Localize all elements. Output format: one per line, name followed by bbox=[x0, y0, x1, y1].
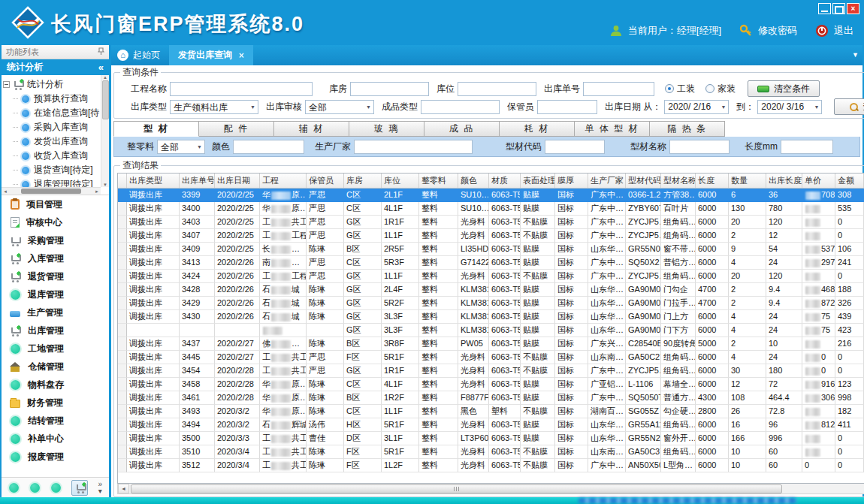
column-header[interactable]: 出库日期 bbox=[215, 174, 260, 188]
grid-horizontal-scrollbar[interactable]: ◄ ► bbox=[117, 484, 864, 494]
tree-item[interactable]: 预算执行查询 bbox=[3, 92, 100, 106]
sidebar-item[interactable]: 审核中心 bbox=[2, 213, 109, 231]
toolbar-circle-icon[interactable] bbox=[30, 483, 40, 493]
tree-item[interactable]: 发货出库查询 bbox=[3, 134, 100, 149]
radio-gongzhuang[interactable]: 工装 bbox=[665, 83, 695, 95]
part-select[interactable]: 全部 bbox=[157, 140, 205, 154]
length-input[interactable] bbox=[781, 140, 833, 154]
pin-icon[interactable] bbox=[98, 47, 104, 57]
tree-horizontal-scrollbar[interactable]: ◄► bbox=[2, 187, 101, 195]
sidebar-item[interactable]: 财务管理 bbox=[2, 394, 109, 412]
table-row[interactable]: 调拨出库34032020/2/25工共工程严思G区1R1F整料光身料6063-T… bbox=[118, 216, 864, 229]
column-header[interactable]: 出库类型 bbox=[127, 174, 180, 188]
material-tab[interactable]: 配 件 bbox=[199, 121, 274, 137]
location-input[interactable] bbox=[458, 82, 536, 96]
column-header[interactable]: 材质 bbox=[489, 174, 521, 188]
material-tab[interactable]: 耗 材 bbox=[500, 121, 575, 137]
sidebar-section-header[interactable]: 统计分析 « bbox=[2, 59, 109, 75]
code-input[interactable] bbox=[545, 140, 605, 154]
sidebar-item[interactable]: 工地管理 bbox=[2, 340, 109, 358]
column-header[interactable]: 出库单号 bbox=[180, 174, 215, 188]
tab-home[interactable]: ⌂ 起始页 bbox=[111, 45, 169, 65]
collapse-icon[interactable]: « bbox=[98, 62, 104, 73]
sidebar-item[interactable]: 报废管理 bbox=[2, 448, 109, 466]
change-password-link[interactable]: 修改密码 bbox=[758, 24, 797, 38]
expander-icon[interactable] bbox=[3, 81, 10, 88]
column-header[interactable]: 生产厂家 bbox=[588, 174, 626, 188]
column-header[interactable]: 库位 bbox=[382, 174, 419, 188]
column-header[interactable]: 颜色 bbox=[458, 174, 489, 188]
sidebar-item[interactable]: 物料盘存 bbox=[2, 376, 109, 394]
column-header[interactable]: 单价 bbox=[802, 174, 835, 188]
close-button[interactable]: × bbox=[847, 3, 859, 14]
table-row[interactable]: 调拨出库34932020/3/2华原…陈琳C区1L1F整料黑色塑料不贴膜国标湖南… bbox=[118, 405, 864, 418]
column-header[interactable]: 出库长度 bbox=[766, 174, 802, 188]
table-row[interactable]: 调拨出库34542020/2/28工共工程严思G区1R1F整料光身料6063-T… bbox=[118, 364, 864, 378]
tree-item[interactable]: 退货查询[待定] bbox=[3, 163, 100, 177]
table-row[interactable]: 调拨出库34292020/2/26石城陈琳G区5R2F整料KLM38176063… bbox=[118, 297, 864, 310]
sidebar-item[interactable]: 仓储管理 bbox=[2, 358, 109, 376]
sidebar-item[interactable]: 生产管理 bbox=[2, 303, 109, 321]
tree-item[interactable]: 收货入库查询 bbox=[3, 149, 100, 163]
material-tab[interactable]: 单 体 型 材 bbox=[575, 121, 650, 137]
column-header[interactable]: 整零料 bbox=[419, 174, 458, 188]
date-to-picker[interactable]: 2020/ 3/16 bbox=[757, 100, 822, 114]
material-tab[interactable]: 型 材 bbox=[113, 121, 199, 137]
hscroll-thumb[interactable] bbox=[131, 484, 782, 493]
project-name-input[interactable] bbox=[170, 82, 313, 96]
logout-link[interactable]: 退出 bbox=[834, 24, 853, 38]
table-row[interactable]: 调拨出库35102020/3/4工共工程陈琳F区5R1F整料光身料6063-T5… bbox=[118, 445, 864, 459]
date-from-picker[interactable]: 2020/ 2/16 bbox=[664, 100, 729, 114]
column-header[interactable]: 保管员 bbox=[307, 174, 344, 188]
toolbar-circle-icon[interactable] bbox=[9, 483, 19, 493]
scroll-left-arrow[interactable]: ◄ bbox=[118, 484, 129, 493]
tab-overflow-arrow[interactable]: ▼ bbox=[852, 51, 859, 59]
name-input[interactable] bbox=[669, 140, 730, 154]
column-header[interactable]: 表面处理 bbox=[521, 174, 555, 188]
table-row[interactable]: 调拨出库34372020/2/27佛…陈琳B区3R8F整料PW056063-T5… bbox=[118, 337, 864, 351]
column-header[interactable]: 金额 bbox=[835, 174, 864, 188]
table-row[interactable]: 调拨出库34452020/2/27工共工程严思F区5R1F整料光身料6063-T… bbox=[118, 351, 864, 364]
manufacturer-input[interactable] bbox=[354, 140, 473, 154]
sidebar-item[interactable]: 结转管理 bbox=[2, 412, 109, 430]
table-row[interactable]: 调拨出库35122020/3/4工共工程陈琳F区1L2F整料光身料6063-T5… bbox=[118, 459, 864, 472]
column-header[interactable]: 数量 bbox=[729, 174, 766, 188]
table-row[interactable]: 调拨出库34282020/2/26石城陈琳G区2L4F整料KLM38176063… bbox=[118, 283, 864, 297]
table-row[interactable]: 调拨出库34002020/2/25华原…严思C区4L1F整料SU10…6063-… bbox=[118, 202, 864, 216]
minimize-button[interactable] bbox=[818, 3, 831, 14]
order-no-input[interactable] bbox=[583, 82, 654, 96]
table-row[interactable]: 调拨出库34302020/2/26石城陈琳G区3L3F整料KLM38176063… bbox=[118, 310, 864, 324]
radio-jiazhuang[interactable]: 家装 bbox=[705, 83, 736, 95]
table-row[interactable]: 调拨出库34242020/2/26工工程严思G区1L1F整料光身料6063-T5… bbox=[118, 270, 864, 283]
toolbar-cart-button[interactable] bbox=[71, 480, 88, 496]
audit-select[interactable]: 全部 bbox=[305, 100, 374, 114]
color-input[interactable] bbox=[233, 140, 304, 154]
tab-active-shipping-query[interactable]: 发货出库查询 × bbox=[169, 45, 253, 65]
material-tab[interactable]: 隔 热 条 bbox=[650, 121, 725, 137]
table-row[interactable]: 调拨出库33992020/2/25华原…严思C区2L1F整料SU10…6063-… bbox=[118, 189, 864, 202]
tab-close-icon[interactable]: × bbox=[239, 50, 244, 61]
tree-item[interactable]: 采购入库查询 bbox=[3, 120, 100, 134]
sidebar-item[interactable]: 项目管理 bbox=[2, 195, 109, 213]
column-header[interactable]: 工程 bbox=[260, 174, 307, 188]
clear-conditions-button[interactable]: 清空条件 bbox=[748, 80, 820, 97]
sidebar-item[interactable]: 出库管理 bbox=[2, 321, 109, 340]
table-row[interactable]: 调拨出库34132020/2/26南…严思C区5R3F整料G714226063-… bbox=[118, 256, 864, 270]
toolbar-circle-icon[interactable] bbox=[51, 483, 61, 493]
toolbar-overflow-icon[interactable]: »▾ bbox=[98, 481, 102, 494]
warehouse-input[interactable] bbox=[350, 82, 429, 96]
sidebar-item[interactable]: 退货管理 bbox=[2, 267, 109, 285]
table-row[interactable]: 调拨出库34612020/2/28华原…陈琳B区1R2F整料F8877FT606… bbox=[118, 391, 864, 405]
material-tab[interactable]: 辅 材 bbox=[274, 121, 349, 137]
column-header[interactable]: 长度 bbox=[696, 174, 729, 188]
table-row[interactable]: 调拨出库34942020/3/2石辉城汤伟H区5R1F整料光身料6063-T5贴… bbox=[118, 418, 864, 432]
column-header[interactable]: 膜厚 bbox=[555, 174, 588, 188]
table-row[interactable]: 调拨出库35002020/3/3工共工程曹佳D区3L1F整料LT3P606063… bbox=[118, 432, 864, 445]
tree-item[interactable]: 在途信息查询[待 bbox=[3, 106, 100, 120]
table-row[interactable]: 调拨出库34092020/2/25长…陈琳B区2R5F整料LI35HD6063-… bbox=[118, 243, 864, 256]
product-type-input[interactable] bbox=[421, 100, 500, 114]
tree-item[interactable]: 退库管理[待定] bbox=[3, 177, 100, 187]
column-header[interactable]: 型材代码 bbox=[626, 174, 661, 188]
search-button[interactable]: 查 询 bbox=[834, 98, 864, 115]
table-row[interactable]: 调拨出库34582020/2/28华原…陈琳C区4L1F整料光身料6063-T5… bbox=[118, 378, 864, 391]
